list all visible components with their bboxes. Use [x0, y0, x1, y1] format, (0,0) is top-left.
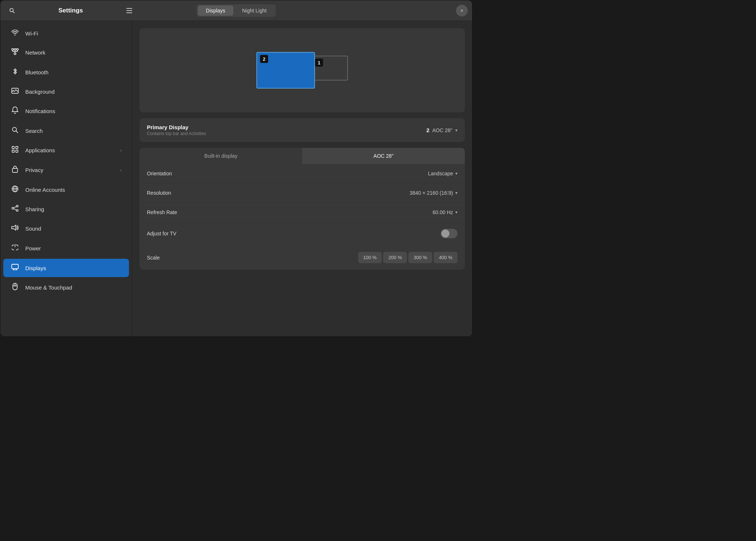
window-title: Settings	[22, 7, 119, 14]
sidebar-item-search[interactable]: Search	[3, 122, 129, 140]
primary-display-select[interactable]: 2 AOC 28" ▾	[426, 127, 457, 133]
sidebar-item-network[interactable]: Network	[3, 43, 129, 62]
resolution-label: Resolution	[147, 190, 410, 196]
wifi-icon	[11, 30, 19, 37]
arrow-icon: ›	[120, 168, 122, 173]
settings-window: Settings Displays Night Light ×	[0, 0, 472, 337]
svg-line-29	[14, 206, 16, 208]
svg-rect-21	[16, 150, 18, 152]
scale-row: Scale 100 % 200 % 300 % 400 %	[140, 245, 465, 270]
svg-rect-18	[12, 146, 14, 149]
privacy-icon	[11, 165, 19, 175]
sidebar-item-bluetooth[interactable]: Bluetooth	[3, 63, 129, 82]
sidebar-item-notifications[interactable]: Notifications	[3, 101, 129, 121]
online-accounts-icon	[11, 186, 19, 194]
power-icon	[11, 244, 19, 253]
svg-marker-31	[12, 225, 16, 230]
primary-display-info: Primary Display Contains top bar and Act…	[147, 124, 426, 136]
monitor-1-badge: 1	[315, 59, 323, 67]
sidebar-item-power[interactable]: Power	[3, 239, 129, 258]
svg-line-17	[16, 131, 18, 133]
sidebar-item-applications[interactable]: Applications ›	[3, 141, 129, 160]
orientation-row: Orientation Landscape ▾	[140, 164, 465, 183]
menu-button[interactable]	[122, 3, 137, 18]
sidebar-label-applications: Applications	[25, 147, 55, 153]
bluetooth-icon	[11, 68, 19, 77]
svg-rect-6	[12, 49, 14, 50]
primary-display-dropdown-arrow: ▾	[455, 128, 457, 133]
sidebar-label-sound: Sound	[25, 225, 41, 232]
close-button[interactable]: ×	[456, 5, 468, 16]
svg-point-26	[16, 205, 18, 207]
tab-built-in-display[interactable]: Built-in display	[140, 148, 302, 164]
sidebar-item-sharing[interactable]: Sharing	[3, 200, 129, 219]
svg-rect-3	[126, 10, 132, 11]
svg-rect-8	[16, 49, 18, 50]
titlebar: Settings Displays Night Light ×	[0, 0, 472, 21]
tab-night-light[interactable]: Night Light	[234, 5, 275, 16]
sidebar-label-bluetooth: Bluetooth	[25, 69, 48, 75]
sidebar-label-notifications: Notifications	[25, 108, 55, 114]
sidebar-label-displays: Displays	[25, 265, 46, 271]
sidebar-item-background[interactable]: Background	[3, 83, 129, 101]
scale-buttons: 100 % 200 % 300 % 400 %	[358, 252, 458, 263]
svg-point-27	[12, 208, 14, 209]
sharing-icon	[11, 205, 19, 213]
scale-300[interactable]: 300 %	[408, 252, 432, 263]
resolution-select[interactable]: 3840 × 2160 (16∶9) ▾	[410, 190, 457, 196]
resolution-row: Resolution 3840 × 2160 (16∶9) ▾	[140, 183, 465, 203]
scale-400[interactable]: 400 %	[434, 252, 457, 263]
orientation-select[interactable]: Landscape ▾	[428, 171, 457, 176]
svg-line-30	[14, 209, 16, 210]
sidebar-item-privacy[interactable]: Privacy ›	[3, 160, 129, 180]
refresh-rate-select[interactable]: 60.00 Hz ▾	[433, 209, 457, 215]
refresh-rate-row: Refresh Rate 60.00 Hz ▾	[140, 203, 465, 222]
resolution-value: 3840 × 2160 (16∶9)	[410, 190, 453, 196]
scale-200[interactable]: 200 %	[383, 252, 407, 263]
titlebar-left: Settings	[5, 3, 137, 18]
svg-rect-9	[14, 53, 16, 55]
orientation-dropdown-arrow: ▾	[455, 171, 457, 176]
network-icon	[11, 48, 19, 57]
sidebar-label-network: Network	[25, 49, 45, 56]
scale-100[interactable]: 100 %	[358, 252, 382, 263]
sidebar-item-displays[interactable]: Displays	[3, 259, 129, 277]
titlebar-tabs: Displays Night Light	[197, 4, 276, 17]
sidebar-label-power: Power	[25, 245, 41, 251]
svg-point-5	[15, 34, 16, 36]
search-button[interactable]	[5, 3, 19, 18]
sidebar: Wi-Fi Network	[0, 21, 132, 336]
sidebar-label-sharing: Sharing	[25, 206, 44, 212]
primary-display-title: Primary Display	[147, 124, 426, 130]
sidebar-label-privacy: Privacy	[25, 167, 43, 173]
sidebar-item-sound[interactable]: Sound	[3, 219, 129, 238]
svg-point-0	[10, 8, 13, 12]
sidebar-label-mouse-touchpad: Mouse & Touchpad	[25, 284, 72, 291]
adjust-tv-toggle[interactable]	[441, 229, 457, 238]
monitor-2[interactable]: 2	[256, 52, 315, 89]
tab-aoc-display[interactable]: AOC 28"	[302, 148, 465, 164]
sidebar-label-wifi: Wi-Fi	[25, 30, 38, 37]
sidebar-item-wifi[interactable]: Wi-Fi	[3, 25, 129, 42]
titlebar-right: ×	[456, 5, 468, 16]
display-tabs: Built-in display AOC 28"	[140, 148, 465, 164]
sidebar-label-background: Background	[25, 89, 55, 95]
tab-displays[interactable]: Displays	[198, 5, 233, 16]
adjust-tv-row: Adjust for TV	[140, 222, 465, 245]
sidebar-item-mouse-touchpad[interactable]: Mouse & Touchpad	[3, 278, 129, 297]
main-area: Wi-Fi Network	[0, 21, 472, 336]
svg-rect-22	[12, 168, 18, 172]
svg-rect-20	[12, 150, 14, 152]
scale-label: Scale	[147, 255, 358, 261]
displays-icon	[11, 264, 19, 272]
settings-panel: Orientation Landscape ▾ Resolution 3840 …	[140, 164, 465, 270]
refresh-rate-dropdown-arrow: ▾	[455, 210, 457, 215]
monitor-container: 2 1	[256, 52, 348, 89]
sound-icon	[11, 224, 19, 233]
svg-rect-2	[126, 8, 132, 9]
sidebar-item-online-accounts[interactable]: Online Accounts	[3, 180, 129, 199]
svg-line-1	[13, 11, 15, 13]
monitor-1[interactable]: 1	[311, 56, 348, 81]
adjust-tv-label: Adjust for TV	[147, 231, 441, 236]
refresh-rate-label: Refresh Rate	[147, 209, 433, 215]
